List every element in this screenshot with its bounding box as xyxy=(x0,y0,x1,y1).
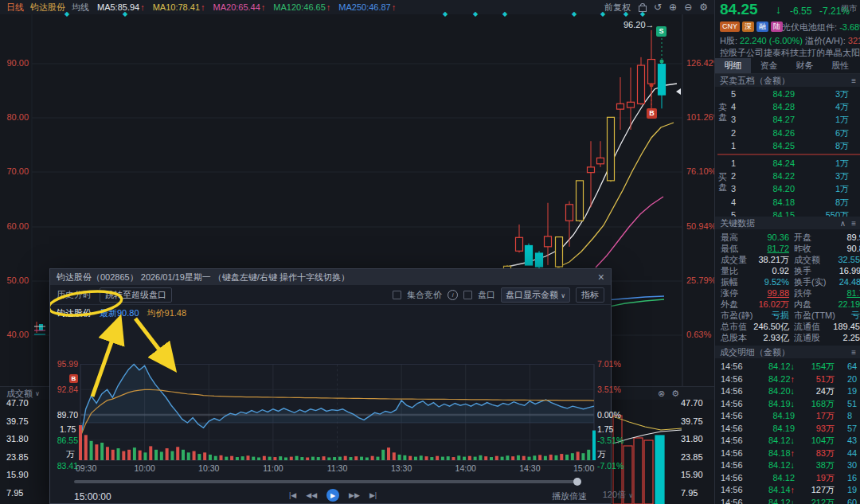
event-diamond-icon[interactable]: ◆ xyxy=(624,10,628,18)
sell-level-row[interactable]: 384.271万 xyxy=(715,113,860,126)
replay-progress-slider[interactable] xyxy=(74,480,580,483)
tx-extra: 60 xyxy=(847,497,857,504)
tab-股性[interactable]: 股性 xyxy=(823,58,858,73)
tx-price: 84.22↑ xyxy=(753,373,795,385)
tx-time: 14:56 xyxy=(721,361,743,373)
avg-price: 均价91.48 xyxy=(147,307,187,319)
tx-amount: 168万 xyxy=(793,398,835,410)
kd-value: 189.45亿 xyxy=(811,321,860,332)
sector-info[interactable]: 光伏电池组件: -3.68% xyxy=(782,21,860,33)
skip-end-icon[interactable]: ▶| xyxy=(369,491,377,499)
rewind-icon[interactable]: ◀◀ xyxy=(306,491,317,499)
popup-toolbar: 历史分时 跳转至超级盘口 集合竞价 i 盘口 盘口显示金额 ∨ 指标 xyxy=(50,285,611,305)
kd-label: 换手 xyxy=(794,265,811,276)
buy-marker-badge[interactable]: B xyxy=(647,108,657,119)
transaction-row[interactable]: 14:5684.12↓104万43 xyxy=(715,435,860,447)
tab-财务[interactable]: 财务 xyxy=(787,58,823,73)
key-data-row: 最低81.72昨收90.80 xyxy=(715,243,860,254)
level-num: 4 xyxy=(731,196,736,209)
tx-time: 14:56 xyxy=(721,435,743,447)
intraday-chart[interactable]: 95.997.01%92.843.51%89.700.00%86.55-3.51… xyxy=(50,320,612,476)
event-diamond-icon[interactable]: ◆ xyxy=(64,10,69,18)
display-mode-dropdown[interactable]: 盘口显示金额 ∨ xyxy=(501,287,570,303)
buy-level-row[interactable]: 284.223万 xyxy=(715,170,860,182)
slider-handle[interactable] xyxy=(573,478,581,486)
transaction-row[interactable]: 14:5684.19↓168万51 xyxy=(715,398,860,410)
hamburger-icon[interactable]: ≡ xyxy=(851,76,856,85)
transaction-row[interactable]: 14:5684.1917万8 xyxy=(715,410,860,422)
indicator-button[interactable]: 指标 xyxy=(576,287,604,303)
kd-value: 24.48% xyxy=(811,276,860,287)
level-num: 3 xyxy=(731,113,736,126)
sell-level-row[interactable]: 184.258万 xyxy=(715,139,860,152)
sell-marker-badge[interactable]: S xyxy=(656,26,666,37)
kd-value: 90.80 xyxy=(811,243,860,254)
kd-label: 最低 xyxy=(721,243,738,254)
popup-titlebar[interactable]: 钧达股份（002865） 2026/01/19星期一 （键盘左键/右键 操作十字… xyxy=(50,269,611,285)
tx-amount: 104万 xyxy=(793,435,835,447)
event-diamond-icon[interactable]: ◆ xyxy=(572,10,577,18)
close-circle-icon[interactable]: ⊗ xyxy=(658,389,665,399)
auction-checkbox[interactable] xyxy=(393,291,401,299)
buy-level-row[interactable]: 384.201万 xyxy=(715,182,860,195)
event-diamond-icon[interactable]: ◆ xyxy=(123,10,127,18)
stock-trading-app: 日线 钧达股份 均线 MA5:85.94↑MA10:78.41↑MA20:65.… xyxy=(0,0,860,504)
chevron-down-icon: ∨ xyxy=(561,292,565,299)
history-intraday-label[interactable]: 历史分时 xyxy=(57,289,92,301)
latest-price: 最新90.80 xyxy=(100,307,139,319)
transaction-row[interactable]: 14:5684.12↓38万30 xyxy=(715,459,860,471)
transaction-row[interactable]: 14:5684.12↓154万64 xyxy=(715,361,860,373)
tab-明细[interactable]: 明细 xyxy=(715,58,751,73)
tx-time: 14:56 xyxy=(721,398,743,410)
transaction-row[interactable]: 14:5684.20↓24万19 xyxy=(715,385,860,397)
time-axis-label: 14:00 xyxy=(455,463,476,473)
buy-level-row[interactable]: 184.241万 xyxy=(715,157,860,170)
event-diamond-icon[interactable]: ◆ xyxy=(640,10,645,18)
sell-level-row[interactable]: 284.266万 xyxy=(715,127,860,139)
event-diamond-icon[interactable]: ◆ xyxy=(443,10,448,18)
play-button[interactable]: ▶ xyxy=(326,489,339,502)
event-diamond-icon[interactable]: ◆ xyxy=(502,10,507,18)
news-ticker[interactable]: 控股子公司捷泰科技主打的单晶太阳能电池... xyxy=(720,47,860,59)
transaction-row[interactable]: 14:5684.14↑127万19 xyxy=(715,484,860,496)
level-price: 84.26 xyxy=(747,127,795,139)
collapse-icon[interactable]: ∧ xyxy=(840,219,846,228)
kd-value: 99.88 xyxy=(739,287,789,299)
auction-label: 集合竞价 xyxy=(407,289,442,301)
forward-icon[interactable]: ▶▶ xyxy=(349,491,360,499)
sell-level-row[interactable]: 584.293万 xyxy=(715,88,860,100)
transaction-row[interactable]: 14:5684.1993万57 xyxy=(715,423,860,435)
transaction-row[interactable]: 14:5684.22↑51万20 xyxy=(715,373,860,385)
close-icon[interactable]: × xyxy=(598,271,604,283)
kd-value: 2.93亿 xyxy=(739,332,789,343)
kd-label: 振幅 xyxy=(721,276,738,287)
pankou-checkbox[interactable] xyxy=(463,291,472,299)
event-diamond-icon[interactable]: ◆ xyxy=(600,10,605,18)
tx-time: 14:56 xyxy=(721,459,743,471)
tx-price: 84.12↓ xyxy=(753,459,795,471)
transaction-row[interactable]: 14:5684.12↓212万60 xyxy=(715,497,860,504)
kd-value: 246.50亿 xyxy=(739,321,789,332)
pankou-label: 盘口 xyxy=(478,289,495,301)
volume-scale-label: 39.75 xyxy=(6,416,29,427)
level-num: 4 xyxy=(731,100,736,113)
key-data-row: 总市值246.50亿流通值189.45亿 xyxy=(715,321,860,332)
subchart-selector[interactable]: 成交额 xyxy=(6,388,33,400)
stock-badge: 陆 xyxy=(771,21,783,32)
transaction-row[interactable]: 14:5684.1219万16 xyxy=(715,472,860,484)
info-icon[interactable]: i xyxy=(448,290,458,300)
jump-superlevel2-button[interactable]: 跳转至超级盘口 xyxy=(100,287,172,303)
gear-icon[interactable]: ⚙ xyxy=(671,389,679,399)
event-diamond-icon[interactable]: ◆ xyxy=(473,10,478,18)
popup-quote-row: 钧达股份 最新90.80 均价91.48 xyxy=(50,305,611,321)
sell-level-row[interactable]: 484.284万 xyxy=(715,100,860,113)
hamburger-icon[interactable]: ≡ xyxy=(851,219,856,228)
tab-资金[interactable]: 资金 xyxy=(751,58,787,73)
speed-dropdown[interactable]: 120倍 ∨ xyxy=(603,489,633,501)
chevron-down-icon[interactable]: ∨ xyxy=(35,390,40,397)
buy-level-row[interactable]: 484.188万 xyxy=(715,196,860,209)
skip-start-icon[interactable]: |◀ xyxy=(289,491,296,499)
key-data-row: 成交量38.21万成交额32.55亿 xyxy=(715,254,860,265)
hamburger-icon[interactable]: ≡ xyxy=(851,348,856,357)
transaction-row[interactable]: 14:5684.18↑83万44 xyxy=(715,447,860,459)
